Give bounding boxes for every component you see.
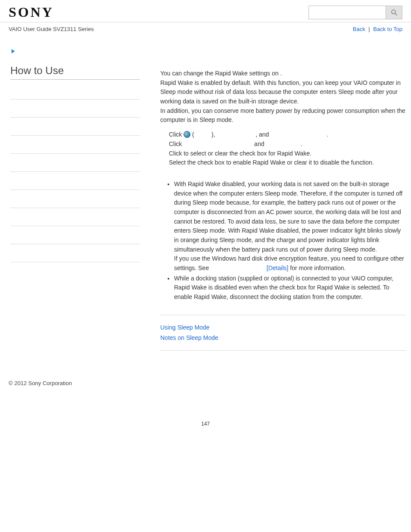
- svg-point-0: [392, 10, 395, 14]
- sidebar: How to Use: [10, 60, 140, 262]
- steps: Click (), , and . Click and . Click to s…: [169, 130, 406, 168]
- text: With Rapid Wake disabled, your working d…: [174, 180, 402, 253]
- main-content: You can change the Rapid Wake settings o…: [140, 60, 411, 358]
- sony-logo: SONY: [9, 4, 54, 20]
- text: ),: [212, 131, 217, 138]
- step-3b: Select the check box to enable Rapid Wak…: [169, 158, 406, 168]
- sidebar-item[interactable]: [10, 100, 140, 118]
- text: Click: [169, 131, 184, 138]
- sidebar-item[interactable]: [10, 208, 140, 226]
- windows-start-icon: [184, 131, 190, 138]
- sidebar-item[interactable]: [10, 244, 140, 262]
- text: You can change the Rapid Wake settings o…: [160, 70, 280, 77]
- sidebar-item[interactable]: [10, 118, 140, 136]
- page-number: 147: [0, 386, 411, 440]
- related-link-notes-sleep[interactable]: Notes on Sleep Mode: [160, 333, 406, 343]
- related-link-sleep-mode[interactable]: Using Sleep Mode: [160, 323, 406, 333]
- details-link[interactable]: [Details]: [267, 264, 289, 271]
- note-item: With Rapid Wake disabled, your working d…: [174, 180, 406, 273]
- divider: [160, 350, 406, 351]
- breadcrumb-chevron-icon: [10, 48, 411, 56]
- sidebar-item[interactable]: [10, 154, 140, 172]
- sidebar-title: How to Use: [10, 60, 140, 80]
- sidebar-item[interactable]: [10, 226, 140, 244]
- intro-line: You can change the Rapid Wake settings o…: [160, 69, 406, 78]
- related-topics: Using Sleep Mode Notes on Sleep Mode: [160, 323, 406, 342]
- sub-header: VAIO User Guide SVZ1311 Series Back | Ba…: [0, 22, 411, 39]
- sidebar-item[interactable]: [10, 190, 140, 208]
- search-input[interactable]: [308, 6, 386, 19]
- copyright: © 2012 Sony Corporation: [0, 358, 411, 386]
- step-3: Click to select or clear the check box f…: [169, 149, 406, 159]
- nav-separator: |: [368, 26, 370, 32]
- nav-links: Back | Back to Top: [353, 26, 402, 32]
- text: .: [280, 70, 282, 77]
- header-bar: SONY: [0, 0, 411, 22]
- divider: [160, 315, 406, 315]
- text: , and: [255, 131, 271, 138]
- search-box: [308, 6, 402, 19]
- search-icon: [390, 9, 398, 16]
- step-1: Click (), , and .: [169, 130, 406, 140]
- sidebar-item[interactable]: [10, 81, 140, 100]
- back-to-top-link[interactable]: Back to Top: [373, 26, 402, 32]
- text: .: [327, 131, 328, 138]
- note-item: While a docking station (supplied or opt…: [174, 274, 406, 302]
- step-2: Click and .: [169, 140, 406, 149]
- sidebar-item[interactable]: [10, 136, 140, 154]
- svg-line-1: [395, 13, 397, 16]
- text: and: [252, 140, 266, 147]
- intro-text: Rapid Wake is enabled by default. With t…: [160, 78, 406, 125]
- search-button[interactable]: [386, 6, 402, 19]
- notes: With Rapid Wake disabled, your working d…: [160, 180, 406, 302]
- back-link[interactable]: Back: [353, 26, 365, 32]
- text: (: [190, 131, 194, 138]
- text: for more information.: [288, 264, 346, 271]
- guide-title: VAIO User Guide SVZ1311 Series: [9, 26, 94, 32]
- sidebar-item[interactable]: [10, 172, 140, 190]
- text: Click: [169, 140, 184, 147]
- text: .: [300, 140, 302, 147]
